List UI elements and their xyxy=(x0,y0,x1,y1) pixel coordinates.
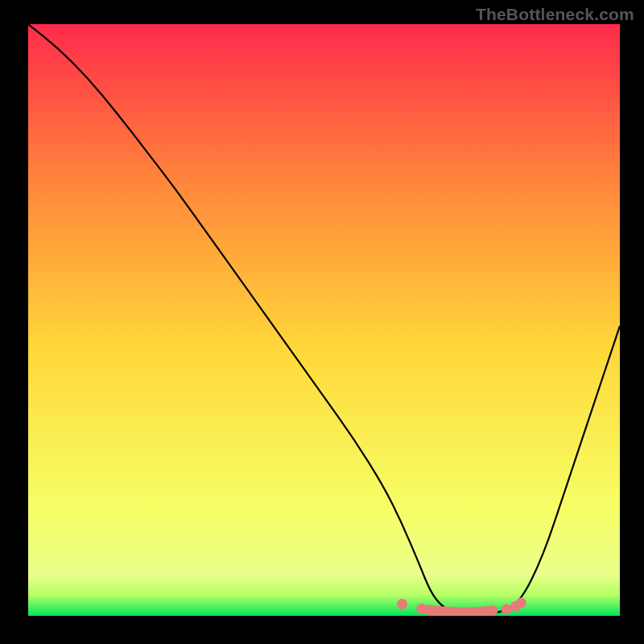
watermark-text: TheBottleneck.com xyxy=(476,5,634,24)
bottleneck-chart-canvas xyxy=(28,24,620,616)
chart-container: TheBottleneck.com xyxy=(0,0,644,644)
